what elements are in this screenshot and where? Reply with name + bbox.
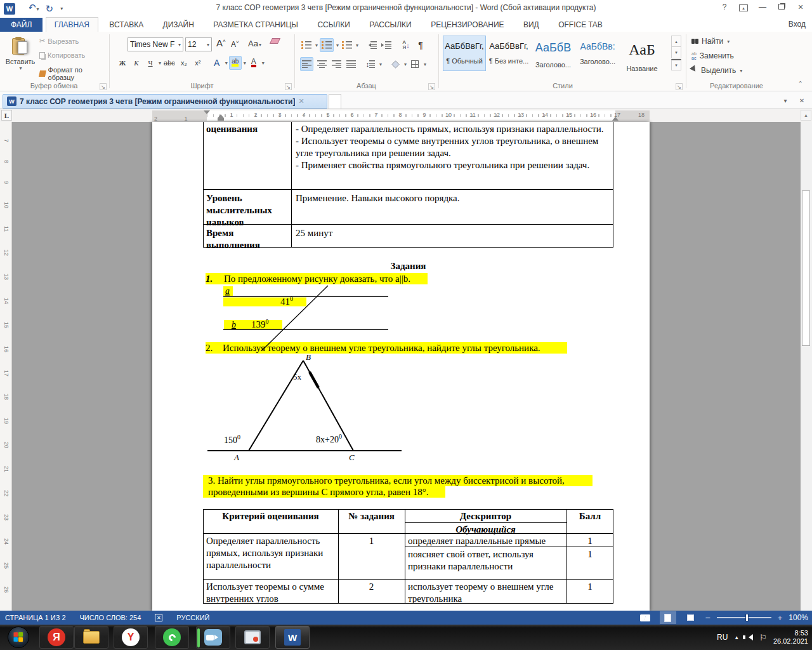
style-card[interactable]: АаБбВвГг, ¶ Обычный [443,36,486,71]
format-painter-button[interactable]: Формат по образцу [39,66,108,81]
tab-page-layout[interactable]: РАЗМЕТКА СТРАНИЦЫ [205,18,306,32]
strikethrough-button[interactable]: abc [162,56,176,70]
clipboard-dialog-launcher[interactable]: ↘ [100,83,107,90]
page-indicator[interactable]: СТРАНИЦА 1 ИЗ 2 [5,614,66,621]
line-spacing-button[interactable]: ↕ [364,57,377,71]
align-center-button[interactable] [315,57,328,71]
cut-button[interactable]: ✂Вырезать [39,37,79,45]
ribbon-display-options-button[interactable]: ▴ [735,0,752,14]
shading-button[interactable] [389,57,402,71]
web-layout-button[interactable] [683,611,699,624]
proofing-icon[interactable]: ✕ [155,614,162,621]
taskbar-file-explorer[interactable] [74,626,108,649]
taskbar-screenshot-tool[interactable] [235,626,270,649]
tab-stop-selector[interactable]: L [1,110,12,121]
minimize-button[interactable]: — [754,0,771,14]
justify-button[interactable] [344,57,357,71]
word-count[interactable]: ЧИСЛО СЛОВ: 254 [80,614,141,621]
highlight-button[interactable]: ab [229,56,242,70]
help-button[interactable]: ? [716,0,733,14]
zoom-slider-thumb[interactable] [745,614,749,621]
bold-button[interactable]: Ж [116,56,129,70]
font-size-combo[interactable]: 12▾ [185,37,212,51]
scrollbar-thumb[interactable] [802,190,810,346]
print-layout-button[interactable] [660,611,676,624]
tray-language[interactable]: RU [717,633,728,642]
taskbar-yandex-search[interactable]: Y [114,626,148,649]
restore-button[interactable] [773,0,790,14]
align-right-button[interactable] [330,57,343,71]
paragraph-dialog-launcher[interactable]: ↘ [428,83,435,90]
scroll-up-button[interactable]: ▲ [801,110,811,121]
styles-scroll-down[interactable]: ▾ [671,47,681,58]
change-case-button[interactable]: Aa▾ [248,39,261,48]
styles-scroll-up[interactable]: ▴ [671,36,681,47]
new-tab-stub[interactable] [329,94,341,109]
tab-list-dropdown[interactable]: ▾ [780,96,790,106]
superscript-button[interactable]: x² [192,56,204,70]
copy-button[interactable]: Копировать [39,51,85,59]
vertical-ruler[interactable]: 7891011121314151617181920212223242526 [0,122,12,611]
tab-file[interactable]: ФАЙЛ [0,18,43,32]
tray-hidden-icons[interactable]: ▲ [734,635,739,640]
shrink-font-button[interactable]: А˅ [231,39,239,49]
taskbar-screen-recorder[interactable] [196,626,230,649]
close-button[interactable]: × [792,0,809,14]
vertical-scrollbar[interactable] [801,122,812,611]
tab-insert[interactable]: ВСТАВКА [101,18,152,32]
tab-home[interactable]: ГЛАВНАЯ [46,17,98,32]
zoom-slider[interactable] [717,617,771,618]
style-card[interactable]: АаБбВвГг, ¶ Без инте... [487,36,530,71]
find-button[interactable]: Найти▾ [691,37,730,46]
style-card[interactable]: АаБбВв: Заголово... [576,36,619,71]
tab-review[interactable]: РЕЦЕНЗИРОВАНИЕ [422,18,512,32]
font-color-button[interactable]: А [247,56,260,70]
font-family-combo[interactable]: Times New F▾ [128,37,183,51]
multilevel-list-button[interactable] [341,38,353,52]
collapse-ribbon-button[interactable]: ⌃ [798,80,803,87]
show-paragraph-marks-button[interactable]: ¶ [414,38,427,52]
font-dialog-launcher[interactable]: ↘ [285,83,292,90]
style-card[interactable]: АаБбВ Заголово... [532,36,575,71]
italic-button[interactable]: К [130,56,143,70]
underline-caret[interactable]: ▾ [159,60,161,66]
language-indicator[interactable]: РУССКИЙ [176,614,209,621]
underline-button[interactable]: Ч [144,56,157,70]
read-mode-button[interactable] [637,611,653,624]
clear-formatting-button[interactable] [271,37,279,45]
taskbar-whatsapp[interactable] [155,626,189,649]
first-line-indent-marker[interactable] [204,110,210,117]
replace-button[interactable]: abac Заменить [691,51,734,60]
zoom-in-button[interactable]: + [778,613,783,623]
action-center-flag-icon[interactable]: ⚐ [759,633,767,642]
zoom-out-button[interactable]: − [705,613,710,623]
document-tab[interactable]: W 7 класс СОР геометрия 3 четв [Режим ог… [3,94,327,109]
taskbar-yandex-browser[interactable]: Я [39,626,74,649]
zoom-level[interactable]: 100% [789,613,808,622]
start-button[interactable] [8,627,29,648]
align-left-button[interactable] [300,57,313,71]
tab-references[interactable]: ССЫЛКИ [309,18,358,32]
volume-icon[interactable] [745,634,753,640]
decrease-indent-button[interactable] [365,38,378,52]
styles-dialog-launcher[interactable]: ↘ [676,83,683,90]
numbering-button[interactable] [320,38,334,52]
paste-button[interactable]: Вставить ▾ [5,37,36,71]
subscript-button[interactable]: x₂ [178,56,190,70]
document-page[interactable]: оценивания - Определяет параллельность п… [152,122,650,611]
left-indent-marker[interactable] [218,118,224,121]
tab-view[interactable]: ВИД [515,18,547,32]
sort-button[interactable]: АЯ↓ [400,38,412,52]
taskbar-word[interactable]: W [275,626,310,649]
style-card[interactable]: АаБ Название [620,36,664,71]
select-button[interactable]: Выделить▾ [691,66,742,75]
hanging-indent-marker[interactable] [218,111,224,118]
bullets-button[interactable] [300,38,313,52]
text-effects-button[interactable]: А [211,56,223,70]
tray-clock[interactable]: 8:53 26.02.2021 [773,629,808,646]
horizontal-ruler[interactable]: 2 1 123456789101112131415161718 [152,110,650,121]
borders-button[interactable] [409,57,421,71]
tab-design[interactable]: ДИЗАЙН [155,18,202,32]
tab-office-tab[interactable]: OFFICE TAB [550,18,611,32]
sign-in-link[interactable]: Вход [789,20,806,29]
